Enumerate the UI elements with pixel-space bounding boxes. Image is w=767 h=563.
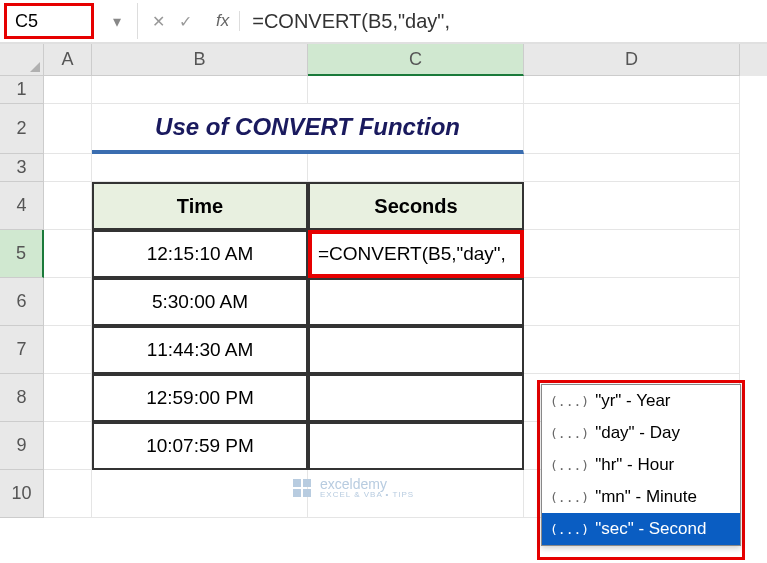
fx-label[interactable]: fx <box>206 11 240 31</box>
cell-a7[interactable] <box>44 326 92 374</box>
time-value-3: 12:59:00 PM <box>146 387 254 409</box>
param-icon: (...) <box>550 426 589 441</box>
chevron-down-icon: ▾ <box>113 12 121 31</box>
cell-c8[interactable] <box>308 374 524 422</box>
cell-c6[interactable] <box>308 278 524 326</box>
autocomplete-label: "hr" - Hour <box>595 455 674 475</box>
row-1: 1 <box>0 76 767 104</box>
autocomplete-dropdown: (...) "yr" - Year (...) "day" - Day (...… <box>541 384 741 546</box>
row-header-3[interactable]: 3 <box>0 154 44 182</box>
cell-a2[interactable] <box>44 104 92 154</box>
formula-bar: C5 ▾ ✕ ✓ fx =CONVERT(B5,"day", <box>0 0 767 44</box>
cell-c7[interactable] <box>308 326 524 374</box>
formula-bar-actions: ✕ ✓ <box>138 12 206 31</box>
row-2: 2 Use of CONVERT Function <box>0 104 767 154</box>
cell-b10[interactable] <box>92 470 308 518</box>
formula-text: =CONVERT(B5,"day", <box>252 10 450 33</box>
time-value-1: 5:30:00 AM <box>152 291 248 313</box>
cell-a9[interactable] <box>44 422 92 470</box>
cell-a3[interactable] <box>44 154 92 182</box>
row-header-9[interactable]: 9 <box>0 422 44 470</box>
row-6: 6 5:30:00 AM <box>0 278 767 326</box>
col-header-b[interactable]: B <box>92 44 308 76</box>
row-7: 7 11:44:30 AM <box>0 326 767 374</box>
autocomplete-label: "day" - Day <box>595 423 680 443</box>
spreadsheet-grid: A B C D 1 2 Use of CONVERT Function 3 4 … <box>0 44 767 518</box>
cell-d3[interactable] <box>524 154 740 182</box>
cell-a1[interactable] <box>44 76 92 104</box>
autocomplete-item-sec[interactable]: (...) "sec" - Second <box>542 513 740 545</box>
param-icon: (...) <box>550 458 589 473</box>
cell-b5[interactable]: 12:15:10 AM <box>92 230 308 278</box>
formula-input[interactable]: =CONVERT(B5,"day", <box>240 0 767 42</box>
autocomplete-item-day[interactable]: (...) "day" - Day <box>542 417 740 449</box>
header-seconds[interactable]: Seconds <box>308 182 524 230</box>
cell-a5[interactable] <box>44 230 92 278</box>
cell-b3[interactable] <box>92 154 308 182</box>
name-box-value: C5 <box>15 11 38 32</box>
cell-c1[interactable] <box>308 76 524 104</box>
cell-c3[interactable] <box>308 154 524 182</box>
row-header-7[interactable]: 7 <box>0 326 44 374</box>
cell-d7[interactable] <box>524 326 740 374</box>
param-icon: (...) <box>550 490 589 505</box>
formula-cell-text: =CONVERT(B5,"day", <box>318 243 506 265</box>
watermark: exceldemy EXCEL & VBA • TIPS <box>290 476 414 500</box>
watermark-icon <box>290 476 314 500</box>
cell-b7[interactable]: 11:44:30 AM <box>92 326 308 374</box>
row-header-10[interactable]: 10 <box>0 470 44 518</box>
col-header-a[interactable]: A <box>44 44 92 76</box>
row-5: 5 12:15:10 AM =CONVERT(B5,"day", <box>0 230 767 278</box>
cell-d5[interactable] <box>524 230 740 278</box>
cell-a10[interactable] <box>44 470 92 518</box>
column-headers: A B C D <box>0 44 767 76</box>
watermark-sub: EXCEL & VBA • TIPS <box>320 491 414 499</box>
header-time[interactable]: Time <box>92 182 308 230</box>
cell-a4[interactable] <box>44 182 92 230</box>
confirm-icon[interactable]: ✓ <box>179 12 192 31</box>
watermark-text: exceldemy EXCEL & VBA • TIPS <box>320 477 414 499</box>
autocomplete-item-mn[interactable]: (...) "mn" - Minute <box>542 481 740 513</box>
autocomplete-label: "mn" - Minute <box>595 487 697 507</box>
autocomplete-item-hr[interactable]: (...) "hr" - Hour <box>542 449 740 481</box>
title-cell[interactable]: Use of CONVERT Function <box>92 104 524 154</box>
header-seconds-label: Seconds <box>374 195 457 218</box>
time-value-0: 12:15:10 AM <box>147 243 254 265</box>
name-box[interactable]: C5 <box>4 3 94 39</box>
col-header-c[interactable]: C <box>308 44 524 76</box>
cell-b9[interactable]: 10:07:59 PM <box>92 422 308 470</box>
name-box-dropdown[interactable]: ▾ <box>96 3 138 39</box>
cell-a8[interactable] <box>44 374 92 422</box>
cell-c5[interactable]: =CONVERT(B5,"day", <box>308 230 524 278</box>
row-header-2[interactable]: 2 <box>0 104 44 154</box>
autocomplete-label: "sec" - Second <box>595 519 706 539</box>
autocomplete-item-yr[interactable]: (...) "yr" - Year <box>542 385 740 417</box>
cell-b6[interactable]: 5:30:00 AM <box>92 278 308 326</box>
row-header-6[interactable]: 6 <box>0 278 44 326</box>
time-value-4: 10:07:59 PM <box>146 435 254 457</box>
row-header-8[interactable]: 8 <box>0 374 44 422</box>
cancel-icon[interactable]: ✕ <box>152 12 165 31</box>
title-text: Use of CONVERT Function <box>155 113 460 141</box>
row-header-5[interactable]: 5 <box>0 230 44 278</box>
cell-a6[interactable] <box>44 278 92 326</box>
cell-d1[interactable] <box>524 76 740 104</box>
cell-b1[interactable] <box>92 76 308 104</box>
row-3: 3 <box>0 154 767 182</box>
cell-d4[interactable] <box>524 182 740 230</box>
cell-d2[interactable] <box>524 104 740 154</box>
cell-c9[interactable] <box>308 422 524 470</box>
row-header-1[interactable]: 1 <box>0 76 44 104</box>
watermark-name: exceldemy <box>320 477 414 491</box>
cell-b8[interactable]: 12:59:00 PM <box>92 374 308 422</box>
header-time-label: Time <box>177 195 223 218</box>
row-header-4[interactable]: 4 <box>0 182 44 230</box>
param-icon: (...) <box>550 522 589 537</box>
row-4: 4 Time Seconds <box>0 182 767 230</box>
param-icon: (...) <box>550 394 589 409</box>
select-all-corner[interactable] <box>0 44 44 76</box>
time-value-2: 11:44:30 AM <box>147 339 254 361</box>
autocomplete-label: "yr" - Year <box>595 391 670 411</box>
cell-d6[interactable] <box>524 278 740 326</box>
col-header-d[interactable]: D <box>524 44 740 76</box>
